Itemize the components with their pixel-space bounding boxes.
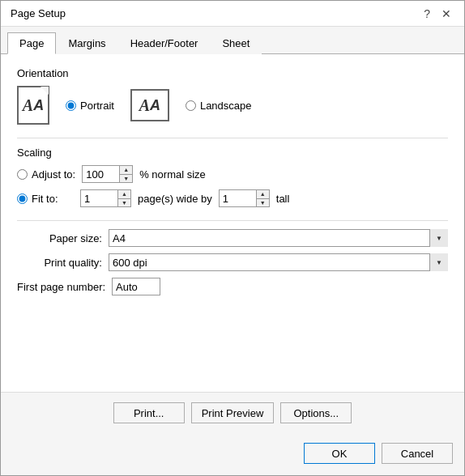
cancel-button[interactable]: Cancel [382, 443, 453, 464]
paper-size-row: Paper size: A4 Letter A3 [17, 229, 448, 247]
tab-header-footer[interactable]: Header/Footer [118, 32, 211, 54]
print-button[interactable]: Print... [113, 402, 185, 423]
adjust-row: Adjust to: ▲ ▼ % normal size [17, 165, 448, 183]
adjust-up-button[interactable]: ▲ [120, 166, 132, 175]
orientation-section: Orientation A Portrait A Landscape [17, 67, 448, 125]
confirm-buttons: OK Cancel [1, 435, 464, 475]
portrait-radio[interactable] [66, 100, 76, 111]
divider-1 [17, 138, 448, 138]
print-preview-button[interactable]: Print Preview [191, 402, 275, 423]
paper-size-select-wrapper: A4 Letter A3 [109, 229, 448, 247]
fit-radio[interactable] [17, 193, 28, 204]
paper-size-label: Paper size: [17, 232, 102, 244]
page-setup-dialog: Page Setup ? ✕ Page Margins Header/Foote… [0, 0, 465, 476]
fit-wide-up-button[interactable]: ▲ [118, 190, 130, 199]
scaling-section: Scaling Adjust to: ▲ ▼ % normal size [17, 147, 448, 207]
adjust-down-button[interactable]: ▼ [120, 175, 132, 183]
fit-wide-arrows: ▲ ▼ [117, 190, 130, 206]
landscape-option[interactable]: Landscape [186, 100, 252, 112]
portrait-label: Portrait [80, 100, 114, 112]
fit-tall-down-button[interactable]: ▼ [257, 199, 269, 207]
adjust-spinner[interactable]: ▲ ▼ [82, 165, 133, 183]
tab-content: Orientation A Portrait A Landscape Scali… [1, 54, 464, 392]
action-buttons: Print... Print Preview Options... [1, 392, 464, 435]
fit-wide-suffix: page(s) wide by [138, 193, 212, 205]
fit-tall-suffix: tall [276, 193, 290, 205]
fit-wide-down-button[interactable]: ▼ [118, 199, 130, 207]
print-quality-row: Print quality: 600 dpi 300 dpi 150 dpi [17, 253, 448, 271]
adjust-radio[interactable] [17, 169, 28, 180]
print-quality-select-wrapper: 600 dpi 300 dpi 150 dpi [109, 253, 448, 271]
portrait-icon: A [17, 86, 49, 125]
fit-tall-spinner[interactable]: ▲ ▼ [219, 189, 270, 207]
title-bar-controls: ? ✕ [420, 8, 454, 19]
help-button[interactable]: ? [420, 8, 433, 19]
adjust-label: Adjust to: [32, 168, 75, 181]
tab-page[interactable]: Page [7, 32, 56, 54]
landscape-icon: A [130, 89, 169, 121]
scaling-label: Scaling [17, 147, 448, 159]
adjust-suffix: % normal size [139, 168, 206, 181]
landscape-label: Landscape [200, 100, 252, 112]
orientation-label: Orientation [17, 67, 448, 79]
title-bar: Page Setup ? ✕ [1, 1, 464, 27]
adjust-option[interactable]: Adjust to: [17, 168, 75, 181]
divider-2 [17, 220, 448, 221]
fit-wide-spinner[interactable]: ▲ ▼ [80, 189, 131, 207]
paper-section: Paper size: A4 Letter A3 Print quality: … [17, 229, 448, 295]
print-quality-select[interactable]: 600 dpi 300 dpi 150 dpi [109, 253, 448, 271]
fit-label: Fit to: [32, 193, 58, 205]
adjust-arrows: ▲ ▼ [119, 166, 132, 182]
fit-tall-input[interactable] [220, 190, 256, 206]
paper-size-select[interactable]: A4 Letter A3 [109, 229, 448, 247]
landscape-radio[interactable] [186, 100, 196, 111]
fit-option[interactable]: Fit to: [17, 193, 74, 205]
tab-bar: Page Margins Header/Footer Sheet [1, 27, 464, 54]
portrait-option[interactable]: Portrait [66, 100, 114, 112]
tab-margins[interactable]: Margins [56, 32, 117, 54]
first-page-row: First page number: [17, 278, 448, 295]
ok-button[interactable]: OK [304, 443, 375, 464]
orientation-options: A Portrait A Landscape [17, 86, 448, 125]
fit-tall-up-button[interactable]: ▲ [257, 190, 269, 199]
print-quality-label: Print quality: [17, 257, 102, 269]
dialog-title: Page Setup [11, 7, 66, 19]
fit-row: Fit to: ▲ ▼ page(s) wide by ▲ ▼ [17, 189, 448, 207]
tab-sheet[interactable]: Sheet [210, 32, 262, 54]
first-page-input[interactable] [112, 278, 160, 295]
adjust-input[interactable] [83, 166, 119, 182]
first-page-label: First page number: [17, 281, 105, 293]
fit-tall-arrows: ▲ ▼ [256, 190, 269, 206]
fit-wide-input[interactable] [81, 190, 117, 206]
close-button[interactable]: ✕ [438, 8, 454, 19]
options-button[interactable]: Options... [280, 402, 352, 423]
